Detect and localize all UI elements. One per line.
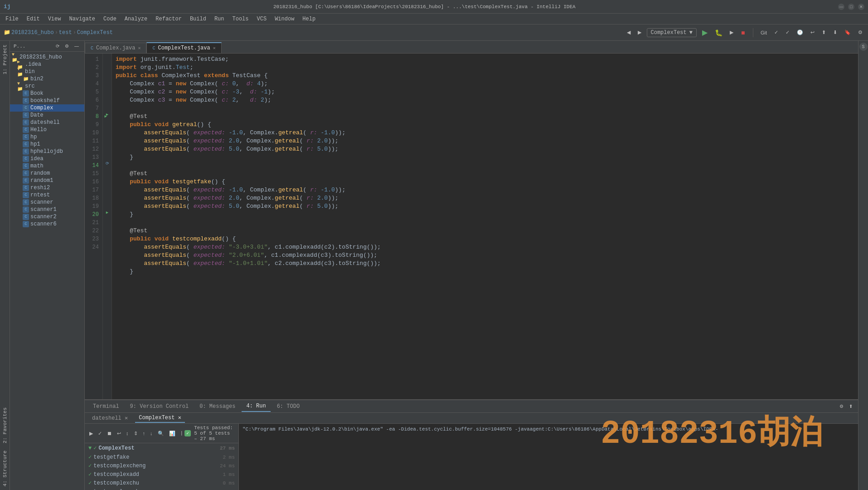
test-up-button[interactable]: ↑ xyxy=(141,430,147,437)
tree-rntest[interactable]: C rntest xyxy=(10,191,84,199)
close-button[interactable]: ✕ xyxy=(858,4,864,10)
test-chart-button[interactable]: 📊 xyxy=(167,430,177,437)
menu-window[interactable]: Window xyxy=(271,15,298,23)
project-settings-button[interactable]: ⚙ xyxy=(63,43,71,49)
tree-random1[interactable]: C random1 xyxy=(10,177,84,184)
tab-complex-java[interactable]: C Complex.java ✕ xyxy=(85,43,146,53)
git-checkmark2[interactable]: ✓ xyxy=(772,29,780,36)
menu-refactor[interactable]: Refactor xyxy=(152,15,185,23)
test-item-testgetfake[interactable]: ✓ testgetfake 2 ms xyxy=(85,453,238,461)
tree-math[interactable]: C math xyxy=(10,162,84,170)
folder-icon: ▼📁 xyxy=(17,69,24,75)
menu-analyze[interactable]: Analyze xyxy=(121,15,151,23)
java-icon: C xyxy=(23,148,29,155)
run-tab-complextest[interactable]: ComplexTest ✕ xyxy=(135,413,185,423)
test-down-button[interactable]: ↓ xyxy=(148,430,155,437)
back-button[interactable]: ◀ xyxy=(625,29,632,36)
menu-edit[interactable]: Edit xyxy=(23,15,44,23)
test-item-testcomplexadd[interactable]: ✓ testcomplexadd 1 ms xyxy=(85,470,238,479)
project-close-button[interactable]: — xyxy=(73,43,81,49)
menu-navigate[interactable]: Navigate xyxy=(65,15,99,23)
tree-bin[interactable]: ▼📁 bin xyxy=(10,68,84,75)
git-push[interactable]: ⬆ xyxy=(820,29,828,36)
tab-close-complex[interactable]: ✕ xyxy=(138,45,141,51)
bottom-tab-messages[interactable]: 0: Messages xyxy=(195,402,240,412)
tree-hp[interactable]: C hp xyxy=(10,133,84,141)
stop-button[interactable]: ⏹ xyxy=(739,29,747,36)
tab-close-complextest[interactable]: ✕ xyxy=(213,45,216,51)
test-item-testcomplexchu[interactable]: ✓ testcomplexchu 0 ms xyxy=(85,479,238,487)
project-tab[interactable]: 1: Project xyxy=(1,41,9,78)
tab-complextest-java[interactable]: C ComplexTest.java ✕ xyxy=(146,42,221,53)
tree-random[interactable]: C random xyxy=(10,170,84,177)
tree-hello[interactable]: C Hello xyxy=(10,126,84,133)
test-rerun-button[interactable]: ↩ xyxy=(115,430,123,437)
bottom-tab-todo[interactable]: 6: TODO xyxy=(272,402,304,412)
tree-hphellojdb[interactable]: C hphellojdb xyxy=(10,148,84,155)
test-sort2-button[interactable]: ⇕ xyxy=(132,430,140,437)
git-checkmark1[interactable]: Git xyxy=(759,29,769,36)
tree-hp1[interactable]: C hp1 xyxy=(10,141,84,148)
run-tab-dateshell[interactable]: dateshell ✕ xyxy=(88,414,131,422)
tree-reshi2[interactable]: C reshi2 xyxy=(10,184,84,191)
git-pull[interactable]: ⬇ xyxy=(831,29,839,36)
breadcrumb-project[interactable]: 📁 xyxy=(4,29,10,36)
test-item-testcomplexsub[interactable]: ✓ testcomplexsub 0 ms xyxy=(85,487,238,490)
menu-help[interactable]: Help xyxy=(299,15,319,23)
bookmark-button[interactable]: 🔖 xyxy=(843,29,853,36)
test-filter-button[interactable]: ✓ xyxy=(96,430,104,437)
debug-button[interactable]: 🐛 xyxy=(713,28,724,37)
structure-tab[interactable]: 4: Structure xyxy=(1,447,9,490)
bottom-tab-vcs[interactable]: 9: Version Control xyxy=(126,402,194,412)
tree-date[interactable]: C Date xyxy=(10,112,84,119)
test-sort-button[interactable]: ↕ xyxy=(124,430,131,437)
test-item-testcomplexcheng[interactable]: ✓ testcomplexcheng 24 ms xyxy=(85,461,238,470)
tree-complex[interactable]: C Complex xyxy=(10,104,84,112)
test-search-button[interactable]: 🔍 xyxy=(156,430,166,437)
git-history[interactable]: 🕐 xyxy=(795,29,805,36)
breadcrumb-file-label[interactable]: ComplexTest xyxy=(77,29,113,36)
bottom-tab-terminal[interactable]: Terminal xyxy=(88,402,124,412)
git-checkmark3[interactable]: ✓ xyxy=(784,29,791,36)
tree-scanner2[interactable]: C scanner2 xyxy=(10,213,84,220)
menu-build[interactable]: Build xyxy=(186,15,210,23)
test-time-testcomplexcheng: 24 ms xyxy=(220,463,235,469)
menu-tools[interactable]: Tools xyxy=(229,15,252,23)
project-sync-button[interactable]: ⟳ xyxy=(54,43,61,49)
git-rollback[interactable]: ↩ xyxy=(809,29,816,36)
tree-scanner[interactable]: C scanner xyxy=(10,199,84,206)
breadcrumb-test-label[interactable]: test xyxy=(59,29,72,36)
bottom-expand-button[interactable]: ⬆ xyxy=(847,403,854,410)
menu-vcs[interactable]: VCS xyxy=(253,15,271,23)
code-line-10: assertEquals( expected: -1.0, Complex.ge… xyxy=(116,129,854,137)
scroll-indicator[interactable]: S xyxy=(859,43,868,51)
test-suite-complextest[interactable]: ▼ ✓ ComplexTest 27 ms xyxy=(85,443,238,453)
bottom-tab-run[interactable]: 4: Run xyxy=(242,401,270,412)
coverage-button[interactable]: ▶ xyxy=(728,29,735,36)
breadcrumb-project-label[interactable]: 20182316_hubo xyxy=(11,29,54,36)
code-content[interactable]: import junit.framework.TestCase; import … xyxy=(112,54,858,399)
run-button[interactable]: ▶ xyxy=(700,27,709,38)
menu-run[interactable]: Run xyxy=(211,15,228,23)
title-bar-title: 20182316_hubo [C:\Users\86186\IdeaProjec… xyxy=(273,4,576,10)
run-config-dropdown[interactable]: ComplexTest ▼ xyxy=(647,28,697,37)
test-run-button[interactable]: ▶ xyxy=(87,430,95,437)
tree-scanner1[interactable]: C scanner1 xyxy=(10,206,84,213)
tree-src[interactable]: ▼📁 src xyxy=(10,83,84,90)
menu-view[interactable]: View xyxy=(44,15,65,23)
tree-scanner6[interactable]: C scanner6 xyxy=(10,220,84,228)
favorites-tab[interactable]: 2: Favorites xyxy=(1,404,9,447)
menu-file[interactable]: File xyxy=(2,15,22,23)
tree-bookshelf[interactable]: C bookshelf xyxy=(10,97,84,104)
tab-java-icon2: C xyxy=(152,46,155,51)
tree-idea[interactable]: C idea xyxy=(10,155,84,162)
minimize-button[interactable]: — xyxy=(838,4,844,10)
tree-dateshell[interactable]: C dateshell xyxy=(10,119,84,126)
code-editor[interactable]: 1 2 3 4 5 6 7 8 ▶ 9 10 11 12 13 14 15 16… xyxy=(85,54,858,399)
test-stop-button[interactable]: ⏹ xyxy=(105,430,114,437)
maximize-button[interactable]: □ xyxy=(848,4,854,10)
menu-code[interactable]: Code xyxy=(100,15,120,23)
forward-button[interactable]: ▶ xyxy=(636,29,643,36)
bottom-settings-button[interactable]: ⚙ xyxy=(838,403,845,410)
settings-button[interactable]: ⚙ xyxy=(856,29,864,36)
